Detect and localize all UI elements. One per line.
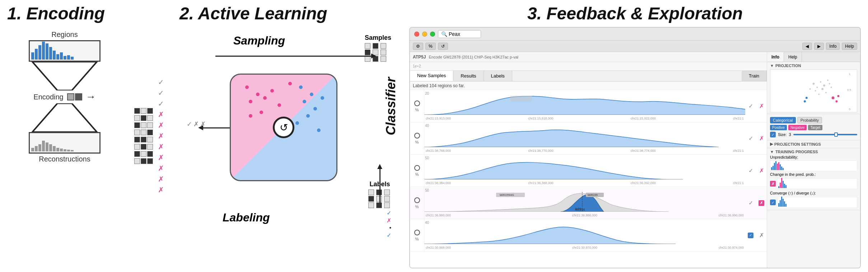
hist-bar (49, 47, 52, 60)
size-slider[interactable] (793, 134, 857, 135)
x-icon[interactable]: ✗ (759, 232, 764, 239)
label-square (376, 202, 382, 208)
right-panel-header: Info Help (767, 52, 860, 62)
training-label: TRAINING PROGRESS (775, 150, 818, 154)
tab-results[interactable]: Results (453, 71, 484, 81)
converge-label: Converge (↑) / diverge (↓): (770, 191, 816, 195)
size-value: 3 (789, 132, 791, 137)
nav-back[interactable]: ◀ (802, 43, 812, 50)
enc-square-dark (75, 93, 82, 100)
track-circle (414, 197, 420, 203)
track-row-3: % 50 chr21:36,384,000 chr21:36,388,000 (410, 155, 767, 187)
icon-btn-3[interactable]: ↺ (438, 43, 448, 50)
check-icon[interactable]: ✓ (748, 200, 753, 206)
hist-bar (783, 199, 784, 207)
minimize-button[interactable] (422, 32, 427, 37)
top-histogram (29, 40, 101, 62)
section-active-learning: 2. Active Learning Sampling Samples (172, 0, 402, 272)
sample-square (365, 50, 370, 55)
track-action-5[interactable]: ✓ (745, 233, 756, 238)
labeling-label: Labeling (223, 211, 270, 224)
svg-point-20 (818, 94, 820, 95)
track-action-3[interactable]: ✓ (745, 167, 756, 174)
hist-bar (784, 201, 785, 207)
hist-bar (42, 141, 45, 151)
track-action-2[interactable]: ✓ (745, 135, 756, 142)
regions-label: Regions (51, 31, 78, 39)
grid-square (147, 137, 153, 142)
track-content-3: 50 chr21:36,384,000 chr21:36,388,000 chr… (424, 155, 745, 187)
svg-point-10 (813, 83, 815, 85)
checkmark: ✗ (158, 175, 172, 183)
dot-pink (288, 82, 292, 85)
hist-bar (53, 146, 56, 151)
hist-bar (67, 150, 70, 151)
help-tab[interactable]: Help (784, 52, 802, 62)
help-btn[interactable]: Help (842, 43, 857, 50)
tab-labels[interactable]: Labels (484, 71, 512, 81)
track-axis-2: chr21:38,766,000 chr21:38,770,000 chr21:… (424, 149, 745, 154)
track-reject-5[interactable]: ✗ (756, 232, 767, 239)
change-pred-row-2: ✗ (770, 178, 857, 190)
projection-map[interactable]: 1 0.5 0 (770, 69, 857, 112)
close-button[interactable] (414, 32, 419, 37)
slider-thumb[interactable] (834, 132, 838, 137)
x-button-active[interactable]: ✗ (759, 200, 764, 206)
label-square (384, 189, 390, 195)
search-icon: 🔍 (441, 31, 447, 37)
search-text: Peax (449, 31, 460, 37)
track-reject-4[interactable]: ✗ (756, 200, 767, 206)
nav-forward[interactable]: ▶ (814, 43, 824, 50)
positive-label: Positive (770, 125, 787, 130)
svg-point-18 (821, 88, 823, 90)
info-btn[interactable]: Info (826, 43, 840, 50)
x-icon[interactable]: ✗ (759, 135, 764, 142)
track-content-4: 50 0.86 45,156 (424, 187, 745, 219)
dot-pink (277, 103, 281, 107)
track-header: ATP5J Encode GM12878 (2011) ChIP-Seq H3K… (410, 52, 767, 62)
track-action-4[interactable]: ✓ (745, 200, 756, 206)
grid-square (134, 137, 140, 142)
maximize-button[interactable] (430, 32, 435, 37)
check-icon[interactable]: ✓ (748, 103, 753, 109)
converge-row-2: ✓ (770, 196, 857, 208)
track-left-2: % (410, 122, 424, 154)
hist-bar (780, 200, 781, 207)
hist-bar (38, 144, 41, 151)
check-blue-btn[interactable]: ✓ (748, 233, 753, 238)
grid-square (134, 158, 140, 164)
hist-bar (780, 164, 781, 170)
refresh-button[interactable]: ↺ (273, 117, 294, 138)
x-icon[interactable]: ✗ (759, 103, 764, 109)
track-gene-name: ATP5J (413, 55, 426, 60)
hist-bar (781, 167, 782, 170)
icon-btn-1[interactable]: ⚙ (413, 43, 423, 50)
dot-pink (256, 93, 260, 96)
icon-btn-2[interactable]: % (425, 43, 436, 50)
size-label: Size: (778, 132, 787, 137)
probability-btn[interactable]: Probability (797, 117, 822, 123)
x-icon[interactable]: ✗ (759, 167, 764, 174)
check-icon[interactable]: ✓ (748, 167, 753, 174)
track-encode-label: Encode GM12878 (2011) ChIP-Seq H3K27ac p… (429, 55, 518, 59)
tab-new-samples[interactable]: New Samples (410, 71, 453, 81)
hist-bar (31, 148, 34, 151)
info-tab[interactable]: Info (767, 52, 784, 62)
encoding-label: Encoding (33, 93, 63, 101)
hist-bar (64, 149, 66, 151)
svg-marker-0 (32, 62, 97, 90)
hist-bar (60, 149, 63, 151)
check-icon[interactable]: ✓ (748, 135, 753, 142)
search-box[interactable]: 🔍 Peax (438, 30, 481, 38)
tab-train[interactable]: Train (742, 71, 767, 81)
track-reject-2[interactable]: ✗ (756, 135, 767, 142)
dot-blue (299, 85, 303, 89)
bottom-histogram (29, 132, 101, 154)
enc-arrow: → (86, 91, 96, 103)
categorical-btn[interactable]: Categorical (770, 117, 796, 123)
grid-square (147, 158, 153, 164)
track-reject-3[interactable]: ✗ (756, 167, 767, 174)
track-content-5: 40 chr21:30,968,000 chr21:30,970,000 chr… (424, 219, 745, 251)
hist-bar (56, 148, 59, 151)
proj-settings-section: ▶ PROJECTION SETTINGS (767, 140, 860, 148)
